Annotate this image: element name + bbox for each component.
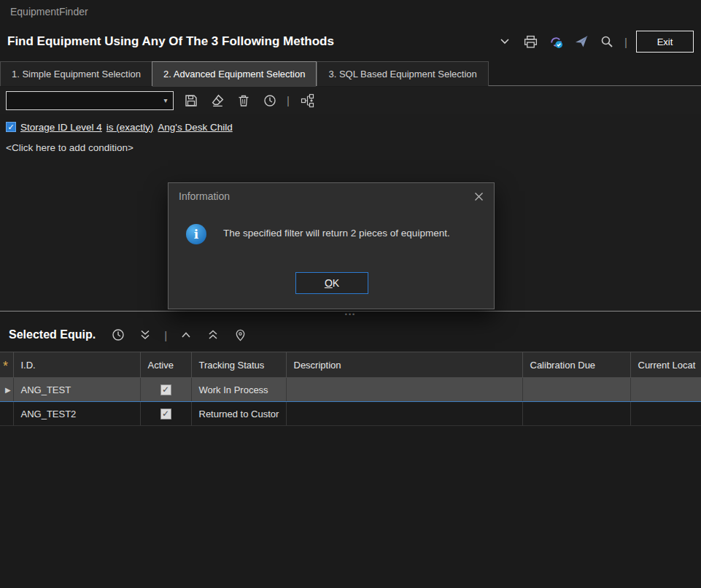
close-icon[interactable]: [472, 190, 485, 203]
cell-current-location[interactable]: [630, 402, 701, 426]
separator: |: [163, 329, 168, 341]
eraser-icon[interactable]: [209, 92, 226, 109]
double-chevron-up-icon[interactable]: [204, 326, 222, 344]
cell-tracking-status[interactable]: Returned to Custor: [191, 402, 286, 426]
cell-id[interactable]: ANG_TEST: [13, 378, 140, 402]
col-header-current-location[interactable]: Current Locat: [630, 352, 701, 378]
table-row[interactable]: ANG_TEST2✓Returned to Custor: [0, 402, 701, 426]
dialog-title: Information: [179, 190, 230, 202]
search-icon[interactable]: [598, 33, 616, 50]
header: Find Equipment Using Any Of The 3 Follow…: [0, 23, 701, 60]
tab-simple-equipment-selection[interactable]: 1. Simple Equipment Selection: [0, 61, 152, 86]
active-checkbox[interactable]: ✓: [160, 384, 171, 395]
separator: |: [624, 36, 628, 48]
save-icon[interactable]: [182, 92, 200, 109]
dialog-message: The specified filter will return 2 piece…: [223, 228, 482, 239]
ok-label-rest: K: [333, 277, 339, 289]
double-chevron-down-icon[interactable]: [136, 326, 154, 344]
cell-active: ✓: [140, 378, 191, 402]
tab-label: 1. Simple Equipment Selection: [12, 69, 141, 80]
col-header-id[interactable]: I.D.: [13, 352, 140, 378]
tree-export-icon[interactable]: [299, 92, 317, 109]
asterisk-icon: *: [3, 363, 8, 370]
cell-current-location[interactable]: [630, 378, 701, 402]
exit-button[interactable]: Exit: [636, 31, 694, 53]
condition-value-link[interactable]: Ang's Desk Child: [158, 122, 232, 133]
sync-check-icon[interactable]: [547, 33, 565, 50]
table-row[interactable]: ▶ANG_TEST✓Work In Process: [0, 378, 701, 402]
tab-advanced-equipment-selection[interactable]: 2. Advanced Equipment Selection: [152, 61, 317, 86]
chevron-up-icon[interactable]: [177, 326, 195, 344]
separator: |: [286, 94, 290, 107]
col-header-tracking-status[interactable]: Tracking Status: [191, 352, 286, 378]
splitter-grip-dots: •••: [345, 311, 356, 318]
row-indicator-cell[interactable]: [0, 402, 13, 426]
ok-label-accesskey: O: [325, 277, 333, 289]
selected-equip-title: Selected Equip.: [9, 328, 96, 341]
active-checkbox[interactable]: ✓: [160, 409, 171, 419]
cell-description[interactable]: [286, 402, 522, 426]
grid-body: ▶ANG_TEST✓Work In ProcessANG_TEST2✓Retur…: [0, 378, 701, 426]
header-toolbar: | Exit: [496, 23, 694, 60]
add-condition-link[interactable]: <Click here to add condition>: [6, 142, 695, 153]
cell-id[interactable]: ANG_TEST2: [13, 402, 140, 426]
current-row-arrow-icon[interactable]: ▶: [0, 378, 13, 402]
selected-equipment-grid: * I.D. Active Tracking Status Descriptio…: [0, 352, 701, 426]
splitter-handle[interactable]: •••: [0, 312, 701, 320]
ok-button[interactable]: OK: [295, 272, 368, 294]
tab-sql-based-equipment-selection[interactable]: 3. SQL Based Equipment Selection: [317, 61, 488, 86]
saved-filter-combobox[interactable]: ▾: [6, 91, 174, 110]
cell-tracking-status[interactable]: Work In Process: [191, 378, 286, 402]
condition-checkbox[interactable]: ✓: [6, 122, 16, 132]
window-title: EquipmentFinder: [10, 6, 88, 18]
dialog-titlebar[interactable]: Information: [169, 183, 494, 209]
filter-toolbar: ▾: [0, 87, 701, 114]
cell-calibration-due[interactable]: [522, 378, 630, 402]
combo-dropdown-icon[interactable]: ▾: [158, 92, 173, 109]
condition-operator-link[interactable]: is (exactly): [106, 122, 154, 133]
cell-description[interactable]: [286, 378, 522, 402]
grid-header-row: * I.D. Active Tracking Status Descriptio…: [0, 352, 701, 378]
equipment-finder-window: EquipmentFinder Find Equipment Using Any…: [0, 0, 701, 588]
tab-label: 2. Advanced Equipment Selection: [163, 69, 305, 80]
titlebar: EquipmentFinder: [0, 0, 701, 23]
history-clock-icon[interactable]: [109, 326, 127, 344]
send-icon[interactable]: [573, 33, 590, 50]
new-row-indicator-cell: *: [0, 352, 13, 378]
tab-strip: 1. Simple Equipment Selection 2. Advance…: [0, 61, 701, 86]
info-icon: i: [186, 224, 206, 244]
location-pin-icon[interactable]: [231, 326, 249, 344]
chevron-down-icon[interactable]: [496, 33, 514, 50]
filter-condition-row: ✓ Storage ID Level 4 is (exactly) Ang's …: [6, 120, 695, 134]
cell-active: ✓: [140, 402, 191, 426]
page-title: Find Equipment Using Any Of The 3 Follow…: [7, 23, 334, 60]
col-header-calibration-due[interactable]: Calibration Due: [522, 352, 630, 378]
condition-field-link[interactable]: Storage ID Level 4: [20, 122, 102, 133]
cell-calibration-due[interactable]: [522, 402, 630, 426]
printer-icon[interactable]: [522, 33, 539, 50]
col-header-description[interactable]: Description: [286, 352, 522, 378]
information-dialog: Information i The specified filter will …: [168, 182, 495, 309]
selected-equip-header: Selected Equip. |: [0, 321, 701, 349]
col-header-active[interactable]: Active: [140, 352, 191, 378]
trash-icon[interactable]: [235, 92, 252, 109]
history-clock-icon[interactable]: [261, 92, 279, 109]
tab-label: 3. SQL Based Equipment Selection: [328, 69, 476, 80]
